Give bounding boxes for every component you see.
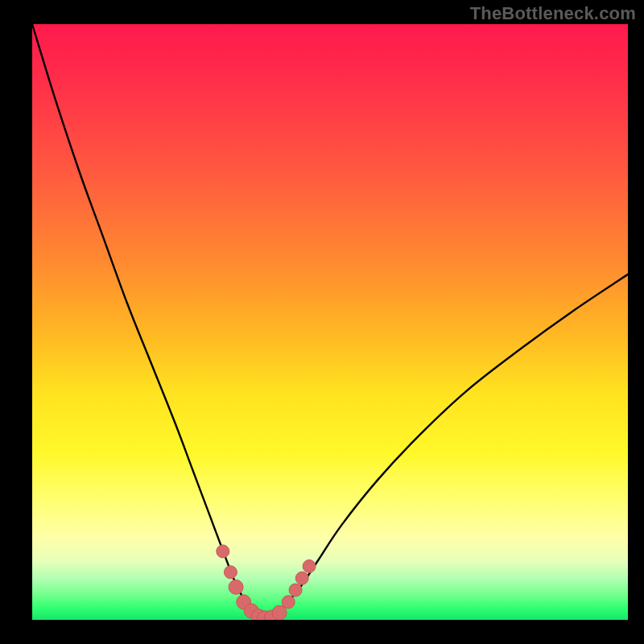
curve-marker <box>217 545 229 558</box>
curve-marker <box>289 584 302 597</box>
curve-marker <box>237 595 251 609</box>
curve-markers <box>32 24 628 620</box>
curve-marker <box>258 611 272 620</box>
chart-frame: TheBottleneck.com <box>0 0 644 644</box>
bottleneck-curve <box>32 24 628 620</box>
curve-marker <box>282 596 295 609</box>
curve-marker <box>244 604 258 618</box>
curve-marker <box>295 572 308 584</box>
curve-marker <box>224 566 237 579</box>
curve-marker <box>272 605 287 620</box>
curve-marker <box>229 580 243 594</box>
watermark-text: TheBottleneck.com <box>470 3 636 24</box>
curve-marker <box>251 609 266 620</box>
curve-marker <box>303 559 316 572</box>
plot-area <box>32 24 628 620</box>
curve-marker <box>264 610 279 620</box>
